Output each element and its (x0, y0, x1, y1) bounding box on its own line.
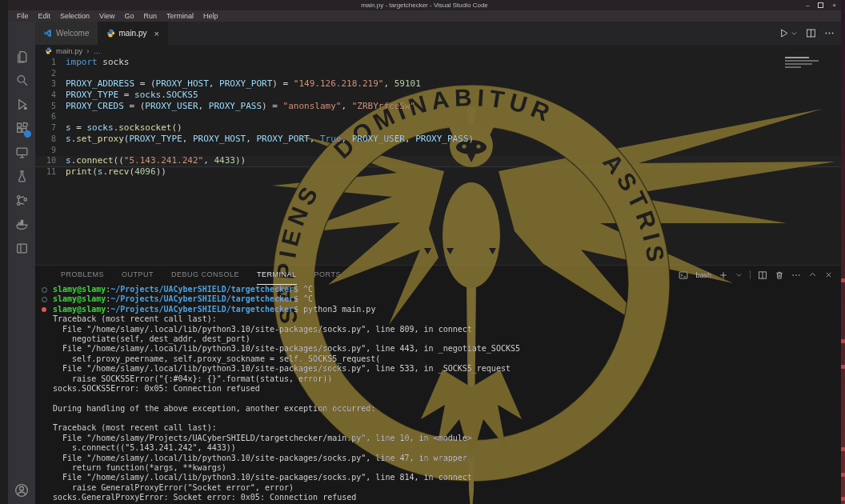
line-number: 2 (35, 68, 56, 79)
code-segment: 4433 (214, 155, 235, 166)
code-segment: , (310, 134, 320, 144)
command-decoration (35, 334, 53, 344)
terminal-segment: File "/home/slamy/.local/lib/python3.10/… (53, 473, 472, 482)
python-file-icon (45, 47, 52, 54)
close-panel-icon[interactable] (824, 270, 833, 279)
code-segment: = (71, 122, 87, 133)
menu-go[interactable]: Go (119, 12, 138, 20)
python-file-icon (106, 29, 115, 38)
code-segment: socks (134, 90, 161, 100)
menu-help[interactable]: Help (198, 12, 223, 20)
terminal-segment: slamy@slamy (53, 294, 106, 303)
command-decoration (35, 463, 53, 473)
code-line[interactable]: 5PROXY_CREDS = (PROXY_USER, PROXY_PASS) … (35, 101, 841, 112)
code-line[interactable]: 2 (35, 68, 841, 79)
code-line[interactable]: 7s = socks.socksocket() (35, 122, 841, 134)
terminal-segment: $ python3 main.py (294, 305, 375, 314)
terminal-line: s.connect(("5.143.241.242", 4433)) (35, 443, 841, 453)
breadcrumb[interactable]: main.py › … (45, 45, 101, 56)
menu-run[interactable]: Run (138, 12, 162, 20)
line-number: 3 (35, 78, 56, 90)
more-actions-icon[interactable] (824, 28, 835, 38)
command-decoration (35, 483, 53, 493)
terminal-text: slamy@slamy:~/Projects/UACyberSHIELD/tar… (53, 285, 313, 294)
code-text: import socks (66, 57, 129, 68)
code-segment: , (203, 155, 214, 166)
maximize-panel-icon[interactable] (808, 270, 817, 279)
menu-edit[interactable]: Edit (34, 12, 56, 20)
terminal-line: socks.SOCKS5Error: 0x05: Connection refu… (35, 384, 841, 394)
code-segment: () (171, 122, 182, 133)
code-segment: "5.143.241.242" (124, 155, 203, 166)
command-decoration (35, 443, 53, 453)
menu-terminal[interactable]: Terminal (162, 12, 198, 20)
code-line[interactable]: 11print(s.recv(4096)) (35, 166, 841, 178)
terminal-text: During handling of the above exception, … (53, 404, 375, 414)
code-line[interactable]: 6 (35, 111, 841, 122)
split-editor-icon[interactable] (806, 28, 816, 38)
code-segment: socks (87, 122, 114, 133)
code-segment: ( (92, 166, 98, 177)
command-decoration (35, 305, 53, 314)
testing-icon[interactable] (8, 165, 35, 187)
code-line[interactable]: 8s.set_proxy(PROXY_TYPE, PROXY_HOST, PRO… (35, 134, 841, 145)
terminal-segment: Traceback (most recent call last): (53, 314, 217, 323)
window-controls: – × (806, 0, 836, 10)
terminal-line: negotiate(self, dest_addr, dest_port) (35, 334, 841, 344)
minimap[interactable] (785, 57, 822, 70)
panel-tab-problems[interactable]: PROBLEMS (61, 266, 104, 284)
code-editor[interactable]: 1import socks23PROXY_ADDRESS = (PROXY_HO… (35, 57, 841, 265)
run-and-debug-icon[interactable] (8, 93, 35, 115)
terminal-line (35, 394, 841, 403)
code-segment: PROXY_TYPE (129, 134, 182, 144)
search-icon[interactable] (8, 69, 35, 91)
close-window-button[interactable]: × (832, 2, 836, 9)
terminal-segment: File "/home/slamy/.local/lib/python3.10/… (53, 454, 467, 462)
code-line[interactable]: 10s.connect(("5.143.241.242", 4433)) (35, 155, 841, 166)
explorer-icon[interactable] (8, 46, 35, 68)
new-terminal-icon[interactable] (719, 270, 728, 280)
code-line[interactable]: 1import socks (35, 57, 841, 68)
remote-explorer-icon[interactable] (8, 141, 35, 163)
terminal-line: File "/home/slamy/.local/lib/python3.10/… (35, 325, 841, 334)
tab-welcome[interactable]: Welcome (35, 22, 98, 45)
code-segment: set_proxy (76, 134, 124, 144)
code-segment: = ( (124, 101, 146, 111)
terminal-segment: ~/Projects/UACyberSHIELD/targetchecker (110, 285, 294, 294)
line-number: 1 (35, 57, 56, 68)
code-segment: PROXY_ADDRESS (66, 78, 134, 89)
code-segment: )) (156, 166, 166, 177)
command-decoration (35, 454, 53, 463)
terminal[interactable]: slamy@slamy:~/Projects/UACyberSHIELD/tar… (35, 285, 841, 504)
split-terminal-icon[interactable] (758, 270, 767, 280)
maximize-button[interactable] (818, 2, 823, 8)
accounts-icon[interactable] (8, 479, 35, 502)
tab-label: Welcome (56, 29, 90, 38)
docker-icon[interactable] (8, 213, 35, 235)
panel-tab-terminal[interactable]: TERMINAL (257, 266, 297, 285)
live-share-icon[interactable] (8, 189, 35, 211)
more-actions-icon[interactable] (791, 270, 801, 280)
command-decoration (35, 325, 53, 334)
kill-terminal-trash-icon[interactable] (775, 270, 784, 280)
panel-tab-ports[interactable]: PORTS (314, 266, 341, 284)
menu-view[interactable]: View (94, 12, 119, 20)
close-tab-icon[interactable]: × (154, 29, 159, 38)
code-line[interactable]: 4PROXY_TYPE = socks.SOCKS5 (35, 90, 841, 101)
tab-main-py[interactable]: main.py × (98, 22, 168, 45)
code-line[interactable]: 3PROXY_ADDRESS = (PROXY_HOST, PROXY_PORT… (35, 78, 841, 90)
command-decoration (35, 493, 53, 502)
output-panel-icon[interactable] (8, 237, 35, 259)
run-python-file-button[interactable] (779, 28, 798, 38)
terminal-text: negotiate(self, dest_addr, dest_port) (53, 334, 250, 344)
code-segment: , (209, 78, 219, 89)
code-text: s.connect(("5.143.241.242", 4433)) (66, 155, 246, 166)
minimize-button[interactable]: – (806, 2, 809, 9)
code-line[interactable]: 9 (35, 145, 841, 156)
extensions-icon[interactable] (8, 117, 35, 139)
panel-tab-output[interactable]: OUTPUT (122, 266, 154, 284)
panel-tab-debug-console[interactable]: DEBUG CONSOLE (171, 266, 239, 284)
menu-selection[interactable]: Selection (55, 12, 94, 20)
menu-file[interactable]: File (12, 12, 34, 20)
chevron-down-icon[interactable] (735, 271, 743, 278)
